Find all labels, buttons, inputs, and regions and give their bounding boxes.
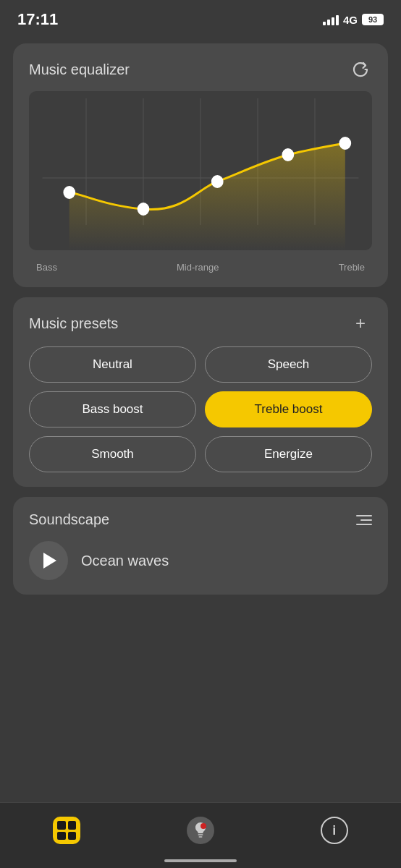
preset-energize[interactable]: Energize — [205, 436, 372, 472]
svg-point-6 — [64, 187, 75, 198]
soundscape-header: Soundscape — [29, 511, 372, 528]
preset-treble-boost[interactable]: Treble boost — [205, 391, 372, 427]
nav-info[interactable]: i — [317, 813, 352, 848]
play-icon — [43, 553, 56, 569]
presets-header: Music presets + — [29, 312, 372, 335]
info-icon: i — [321, 817, 348, 844]
bulb-icon — [187, 817, 214, 844]
svg-point-7 — [138, 203, 149, 215]
home-indicator — [164, 859, 237, 862]
eq-label-midrange: Mid-range — [177, 262, 219, 273]
eq-labels: Bass Mid-range Treble — [29, 258, 372, 273]
nav-grid[interactable] — [49, 813, 84, 848]
track-name: Ocean waves — [81, 553, 169, 569]
preset-smooth[interactable]: Smooth — [29, 436, 196, 472]
eq-graph[interactable] — [29, 91, 372, 250]
bulb-icon-wrap — [183, 813, 218, 848]
preset-speech[interactable]: Speech — [205, 346, 372, 383]
nav-bulb[interactable] — [183, 813, 218, 848]
play-button[interactable] — [29, 541, 68, 580]
main-content: Music equalizer — [0, 36, 401, 677]
battery-indicator: 93 — [362, 14, 384, 25]
eq-label-bass: Bass — [36, 262, 57, 273]
equalizer-card: Music equalizer — [13, 43, 388, 287]
status-bar: 17:11 4G 93 — [0, 0, 401, 36]
network-label: 4G — [343, 14, 358, 26]
grid-nav-icon — [53, 817, 80, 844]
grid-icon — [49, 813, 84, 848]
bottom-nav: i — [0, 802, 401, 868]
reset-icon[interactable] — [349, 58, 372, 81]
info-icon-wrap: i — [317, 813, 352, 848]
equalizer-title: Music equalizer — [29, 61, 130, 78]
presets-title: Music presets — [29, 315, 118, 332]
svg-rect-11 — [198, 834, 203, 835]
svg-point-13 — [200, 823, 206, 829]
equalizer-header: Music equalizer — [29, 58, 372, 81]
add-preset-button[interactable]: + — [349, 312, 372, 335]
svg-rect-12 — [198, 836, 202, 838]
preset-bass-boost[interactable]: Bass boost — [29, 391, 196, 427]
svg-point-10 — [339, 137, 350, 149]
signal-icon — [323, 14, 339, 25]
presets-grid: Neutral Speech Bass boost Treble boost S… — [29, 346, 372, 472]
eq-label-treble: Treble — [339, 262, 365, 273]
status-icons: 4G 93 — [323, 14, 384, 26]
soundscape-list-icon[interactable] — [356, 515, 372, 525]
preset-neutral[interactable]: Neutral — [29, 346, 196, 383]
soundscape-card: Soundscape Ocean waves — [13, 497, 388, 595]
soundscape-item: Ocean waves — [29, 541, 372, 580]
status-time: 17:11 — [17, 10, 58, 29]
svg-point-8 — [212, 176, 223, 187]
presets-card: Music presets + Neutral Speech Bass boos… — [13, 297, 388, 487]
soundscape-title: Soundscape — [29, 511, 109, 528]
svg-point-9 — [282, 149, 293, 161]
